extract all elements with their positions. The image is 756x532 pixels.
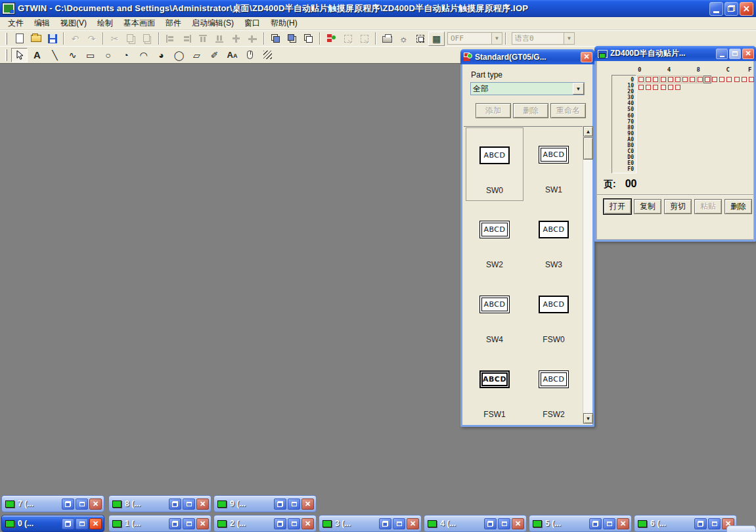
align-right-button[interactable] — [179, 32, 195, 46]
grid-button[interactable]: ▦ — [428, 32, 445, 46]
copy-screen-button[interactable]: 复制 — [634, 199, 661, 214]
new-file-button[interactable] — [11, 32, 28, 46]
part-item-fsw1[interactable]: ABCD FSW1 — [466, 352, 523, 426]
screen-page-cell[interactable] — [668, 85, 673, 90]
brightness-button[interactable]: ☼ — [395, 32, 412, 46]
screen-page-cell[interactable] — [712, 77, 717, 82]
scroll-down-button[interactable]: ▼ — [583, 413, 593, 424]
chevron-down-icon[interactable]: ▼ — [491, 33, 502, 44]
screen-manager-close-button[interactable]: ✕ — [742, 49, 754, 59]
minimized-screen-window[interactable]: 0 (...✕ — [1, 515, 104, 532]
select-tool-button[interactable] — [11, 48, 28, 62]
screen-page-cell[interactable] — [661, 77, 666, 82]
restore-button[interactable] — [694, 518, 707, 529]
minimize-button[interactable] — [709, 2, 723, 16]
transform-button[interactable] — [412, 32, 428, 46]
screen-page-cell[interactable] — [661, 85, 666, 90]
arc-tool-button[interactable]: ◠ — [135, 48, 152, 62]
screen-page-cell[interactable] — [653, 85, 658, 90]
close-button[interactable]: ✕ — [301, 518, 314, 529]
open-file-button[interactable] — [28, 32, 44, 46]
restore-button[interactable] — [724, 2, 738, 16]
screen-page-cell[interactable] — [653, 77, 658, 82]
screen-page-cell[interactable] — [726, 77, 732, 82]
screen-page-cell[interactable] — [682, 77, 688, 82]
scroll-up-button[interactable]: ▲ — [583, 126, 593, 137]
maximize-button[interactable] — [288, 518, 300, 529]
screen-manager-maximize-button[interactable] — [729, 49, 741, 59]
maximize-button[interactable] — [708, 518, 721, 529]
part-item-fsw2[interactable]: ABCD FSW2 — [525, 352, 583, 426]
menu-item-edit[interactable]: 编辑 — [29, 16, 55, 30]
hatch-tool-button[interactable] — [259, 48, 276, 62]
close-button[interactable]: ✕ — [740, 2, 753, 16]
menu-item-view[interactable]: 视图(V) — [55, 16, 92, 30]
minimized-window-peek[interactable] — [726, 525, 756, 532]
undo-button[interactable]: ↶ — [67, 32, 83, 46]
delete-part-button[interactable]: 删除 — [513, 103, 548, 118]
maximize-button[interactable] — [183, 499, 195, 510]
line-tool-button[interactable]: ╲ — [47, 48, 63, 62]
part-item-sw0[interactable]: ABCD SW0 — [466, 127, 523, 201]
screen-manager-minimize-button[interactable] — [716, 49, 728, 59]
screen-page-cell[interactable] — [734, 77, 740, 82]
restore-button[interactable] — [169, 518, 181, 529]
align-bottom-button[interactable] — [211, 32, 228, 46]
chevron-down-icon[interactable]: ▼ — [573, 83, 584, 95]
close-button[interactable]: ✕ — [301, 499, 314, 510]
menu-item-base-screen[interactable]: 基本画面 — [118, 16, 160, 30]
screen-page-cell[interactable] — [646, 77, 651, 82]
palette-title-bar[interactable]: Standard(GT05/G... ✕ — [460, 49, 594, 64]
paste-button[interactable] — [139, 32, 156, 46]
chevron-down-icon[interactable]: ▼ — [564, 33, 574, 44]
circle-tool-button[interactable]: ◯ — [171, 48, 187, 62]
maximize-button[interactable] — [76, 499, 88, 510]
cut-screen-button[interactable]: 剪切 — [664, 199, 692, 214]
off-combobox[interactable]: OFF ▼ — [447, 32, 502, 45]
screen-page-cell[interactable] — [719, 77, 724, 82]
rectangle-tool-button[interactable]: ▭ — [82, 48, 99, 62]
paste-screen-button[interactable]: 粘贴 — [694, 199, 722, 214]
print-button[interactable] — [379, 32, 395, 46]
close-button[interactable]: ✕ — [196, 518, 209, 529]
polygon-tool-button[interactable]: ▱ — [189, 48, 205, 62]
maximize-button[interactable] — [498, 518, 510, 529]
screen-page-cell[interactable] — [675, 85, 680, 90]
screen-page-cell[interactable] — [668, 77, 673, 82]
minimized-screen-window[interactable]: 5 (...✕ — [529, 515, 632, 532]
minimized-screen-window[interactable]: 6 (...✕ — [634, 515, 737, 532]
screen-page-cell[interactable] — [638, 77, 644, 82]
part-item-sw2[interactable]: ABCD SW2 — [466, 202, 523, 276]
screen-manager-title-bar[interactable]: ZD400D半自动贴片... ✕ — [594, 46, 756, 61]
menu-item-help[interactable]: 帮助(H) — [265, 16, 303, 30]
menu-item-file[interactable]: 文件 — [3, 16, 29, 30]
minimized-screen-window[interactable]: 1 (...✕ — [108, 515, 211, 532]
minimized-screen-window[interactable]: 8 (...✕ — [108, 495, 211, 512]
parts-scrollbar[interactable]: ▲ ▼ — [583, 126, 592, 424]
close-button[interactable]: ✕ — [89, 499, 102, 510]
part-item-sw4[interactable]: ABCD SW4 — [466, 277, 523, 351]
maximize-button[interactable] — [76, 518, 88, 529]
redo-button[interactable]: ↷ — [83, 32, 100, 46]
minimized-screen-window[interactable]: 9 (...✕ — [213, 495, 317, 512]
menu-item-startup-editor[interactable]: 启动编辑(S) — [187, 16, 239, 30]
menu-item-window[interactable]: 窗口 — [239, 16, 265, 30]
align-top-button[interactable] — [195, 32, 211, 46]
palette-close-button[interactable]: ✕ — [581, 52, 592, 62]
delete-screen-button[interactable]: 删除 — [724, 199, 752, 214]
part-item-fsw0[interactable]: ABCD FSW0 — [525, 277, 583, 351]
bring-to-front-button[interactable] — [267, 32, 284, 46]
minimized-screen-window[interactable]: 4 (...✕ — [424, 515, 527, 532]
stamp-tool-button[interactable]: ✐ — [206, 48, 223, 62]
menu-item-parts[interactable]: 部件 — [160, 16, 187, 30]
screen-page-cell[interactable] — [705, 77, 710, 82]
screen-manager-button[interactable] — [323, 32, 340, 46]
open-screen-button[interactable]: 打开 — [604, 199, 631, 214]
cut-button[interactable]: ✂ — [106, 32, 123, 46]
minimized-screen-window[interactable]: 2 (...✕ — [213, 515, 317, 532]
pie-tool-button[interactable]: ◕ — [153, 48, 169, 62]
toolbar-grip[interactable] — [5, 33, 7, 45]
sector-tool-button[interactable]: ◔ — [118, 48, 134, 62]
zoom-in-button[interactable] — [356, 32, 372, 46]
language-combobox[interactable]: 语言0 ▼ — [512, 32, 575, 45]
